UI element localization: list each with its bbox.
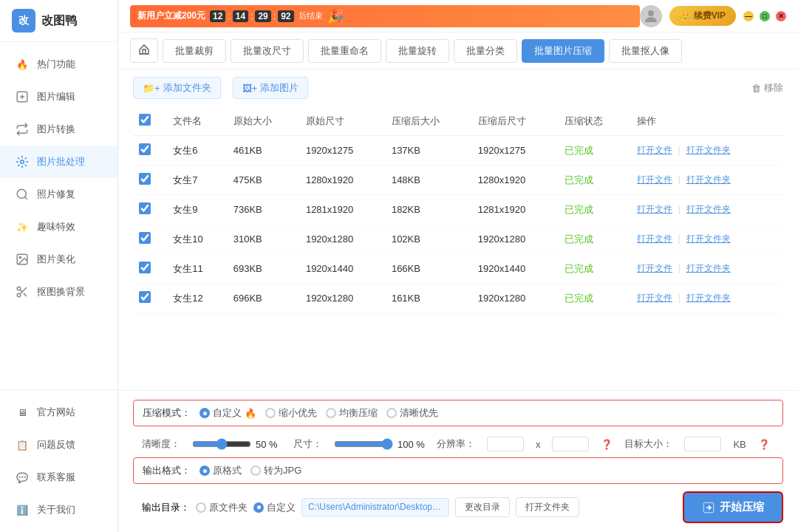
bottom-row: 输出目录： 原文件夹 自定义 C:\Users\Administrator\De…	[133, 491, 783, 523]
col-orig-size: 原始大小	[228, 106, 300, 136]
window-controls: — □ ✕	[743, 11, 786, 21]
row-checkbox-4[interactable]	[139, 262, 151, 273]
add-image-button[interactable]: 🖼+ 添加图片	[233, 77, 309, 99]
app-logo: 改 改图鸭	[0, 0, 117, 42]
dir-custom[interactable]: 自定义	[253, 501, 296, 514]
tab-home[interactable]	[130, 38, 158, 63]
sidebar-item-website[interactable]: 🖥 官方网站	[0, 396, 117, 429]
sharpness-slider[interactable]	[192, 438, 251, 450]
open-file-link-3[interactable]: 打开文件	[637, 233, 672, 244]
table-row: 女生11 693KB 1920x1440 166KB 1920x1440 已完成…	[133, 254, 783, 284]
row-checkbox-3[interactable]	[139, 232, 151, 244]
promo-end-text: 后结束	[299, 10, 323, 21]
minimize-button[interactable]: —	[743, 11, 754, 21]
mode-small[interactable]: 缩小优先	[265, 406, 317, 420]
resolution-x-input[interactable]	[487, 437, 524, 451]
resolution-help-icon[interactable]: ❓	[601, 439, 613, 450]
sidebar-item-beauty[interactable]: 图片美化	[0, 243, 117, 276]
repair-icon	[15, 187, 30, 202]
bottom-panel: 压缩模式： 自定义 🔥 缩小优先 均衡压缩 清晰优先 清晰度：	[118, 390, 798, 532]
sidebar-label-hot: 热门功能	[37, 58, 75, 71]
format-jpg[interactable]: 转为JPG	[250, 464, 301, 477]
dir-original[interactable]: 原文件夹	[196, 501, 248, 514]
target-size-unit: KB	[733, 439, 746, 450]
mode-clear[interactable]: 清晰优先	[386, 406, 438, 420]
target-size-input[interactable]	[684, 437, 721, 451]
change-dir-button[interactable]: 更改目录	[455, 497, 510, 517]
remove-button[interactable]: 🗑 移除	[751, 81, 783, 95]
output-dir-label: 输出目录：	[142, 501, 190, 514]
vip-button[interactable]: 👑 续费VIP	[669, 6, 736, 26]
open-folder-link-3[interactable]: 打开文件夹	[686, 233, 731, 244]
sidebar-item-batch[interactable]: 图片批处理	[0, 146, 117, 178]
radio-balance-empty	[326, 408, 336, 418]
format-original[interactable]: 原格式	[200, 464, 242, 477]
start-compress-button[interactable]: 开始压缩	[683, 491, 783, 523]
sidebar-label-support: 联系客服	[37, 471, 75, 484]
row-checkbox-5[interactable]	[139, 291, 151, 303]
sidebar-item-hot[interactable]: 🔥 热门功能	[0, 48, 117, 81]
cell-comp-dim-0: 1920x1275	[472, 136, 559, 166]
select-all-checkbox[interactable]	[139, 114, 151, 126]
sidebar-item-edit[interactable]: 图片编辑	[0, 81, 117, 113]
sidebar-item-repair[interactable]: 照片修复	[0, 178, 117, 211]
cell-name-3: 女生10	[167, 225, 228, 254]
folder-plus-icon: 📁+	[143, 83, 160, 94]
open-file-link-0[interactable]: 打开文件	[637, 145, 672, 155]
col-comp-dim: 压缩后尺寸	[472, 106, 559, 136]
tab-portrait[interactable]: 批量抠人像	[609, 39, 682, 63]
tab-classify[interactable]: 批量分类	[454, 39, 517, 63]
cell-actions-5: 打开文件 | 打开文件夹	[631, 284, 783, 313]
open-folder-link-4[interactable]: 打开文件夹	[686, 263, 731, 273]
tab-rotate[interactable]: 批量旋转	[386, 39, 449, 63]
cell-orig-dim-3: 1920x1280	[300, 225, 386, 254]
open-file-link-2[interactable]: 打开文件	[637, 204, 672, 214]
size-slider-container: 100 %	[334, 438, 425, 450]
cell-orig-size-5: 696KB	[228, 284, 300, 313]
mode-balance[interactable]: 均衡压缩	[326, 406, 378, 420]
add-folder-button[interactable]: 📁+ 添加文件夹	[133, 77, 221, 99]
user-avatar[interactable]	[640, 5, 662, 27]
open-dir-button[interactable]: 打开文件夹	[516, 497, 579, 517]
tab-compress[interactable]: 批量图片压缩	[522, 39, 604, 63]
maximize-button[interactable]: □	[760, 11, 770, 21]
open-file-link-5[interactable]: 打开文件	[637, 293, 672, 303]
open-file-link-4[interactable]: 打开文件	[637, 263, 672, 273]
tab-resize[interactable]: 批量改尺寸	[231, 39, 304, 63]
resolution-y-input[interactable]	[552, 437, 589, 451]
sidebar-item-about[interactable]: ℹ️ 关于我们	[0, 494, 117, 526]
close-button[interactable]: ✕	[776, 11, 786, 21]
target-size-help-icon[interactable]: ❓	[758, 439, 770, 450]
row-checkbox-0[interactable]	[139, 143, 151, 155]
sidebar-item-fun[interactable]: ✨ 趣味特效	[0, 211, 117, 243]
sidebar-label-convert: 图片转换	[37, 123, 75, 136]
open-folder-link-5[interactable]: 打开文件夹	[686, 293, 731, 303]
dir-path-display: C:\Users\Administrator\Desktop\改...	[301, 498, 449, 516]
col-comp-size: 压缩后大小	[386, 106, 472, 136]
trash-icon: 🗑	[751, 83, 761, 94]
cell-orig-size-1: 475KB	[228, 166, 300, 195]
support-icon: 💬	[15, 470, 30, 485]
mode-custom[interactable]: 自定义 🔥	[200, 406, 256, 420]
countdown-h: 12	[210, 10, 225, 22]
table-row: 女生7 475KB 1280x1920 148KB 1280x1920 已完成 …	[133, 166, 783, 195]
open-file-link-1[interactable]: 打开文件	[637, 174, 672, 185]
edit-icon	[15, 89, 30, 104]
sidebar-item-feedback[interactable]: 📋 问题反馈	[0, 429, 117, 461]
sidebar-item-support[interactable]: 💬 联系客服	[0, 461, 117, 494]
cell-orig-dim-2: 1281x1920	[300, 195, 386, 225]
logo-icon: 改	[12, 9, 35, 33]
sidebar-item-convert[interactable]: 图片转换	[0, 113, 117, 146]
size-slider[interactable]	[334, 438, 393, 450]
sidebar-item-cutbg[interactable]: 抠图换背景	[0, 276, 117, 308]
cell-actions-1: 打开文件 | 打开文件夹	[631, 166, 783, 195]
cutbg-icon	[15, 284, 30, 299]
open-folder-link-2[interactable]: 打开文件夹	[686, 204, 731, 214]
tab-crop[interactable]: 批量裁剪	[163, 39, 226, 63]
row-checkbox-1[interactable]	[139, 173, 151, 185]
row-checkbox-2[interactable]	[139, 202, 151, 214]
open-folder-link-0[interactable]: 打开文件夹	[686, 145, 731, 155]
open-folder-link-1[interactable]: 打开文件夹	[686, 174, 731, 185]
tab-rename[interactable]: 批量重命名	[308, 39, 381, 63]
cell-comp-size-2: 182KB	[386, 195, 472, 225]
